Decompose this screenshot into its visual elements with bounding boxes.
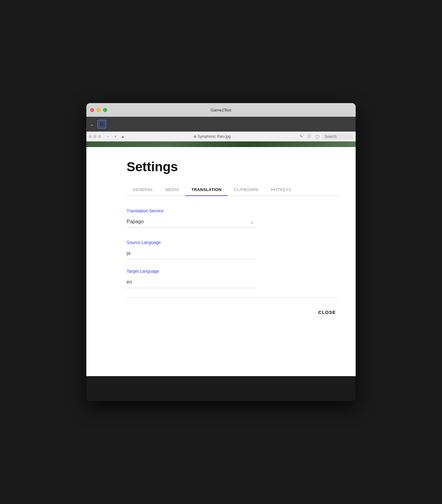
share-button[interactable]: ▲ <box>120 133 126 140</box>
title-bar: Game2Text <box>86 103 356 117</box>
source-language-wrapper <box>127 247 257 259</box>
info-button[interactable]: ⓘ <box>306 133 312 140</box>
maximize-window-button[interactable] <box>103 108 107 112</box>
capture-icon[interactable] <box>98 120 106 128</box>
tab-hotkeys[interactable]: HOTKEYS <box>265 184 298 196</box>
edit-button[interactable]: ✎ <box>298 133 304 140</box>
preview-dots <box>89 135 101 138</box>
tab-translation[interactable]: TRANSLATION <box>185 184 228 196</box>
dot-3 <box>98 135 101 138</box>
settings-title: Settings <box>127 159 340 174</box>
chevron-down-icon[interactable]: ⌄ <box>90 122 94 127</box>
target-language-section: Target Language <box>127 269 340 288</box>
translation-service-section: Translation Service Papago Google Transl… <box>127 208 340 228</box>
translation-service-wrapper: Papago Google Translate DeepL ⌄ <box>127 216 257 228</box>
preview-controls: − + ▲ <box>105 133 126 140</box>
preview-right-controls: ✎ ⓘ ◯ <box>298 133 353 140</box>
preview-search-input[interactable] <box>322 134 353 139</box>
section-divider <box>127 298 340 298</box>
close-window-button[interactable] <box>90 108 94 112</box>
preview-bar: − + ▲ ⊕ Symphonic Rain.jpg ✎ ⓘ ◯ <box>86 132 356 141</box>
target-language-input[interactable] <box>127 276 257 288</box>
dot-1 <box>89 135 92 138</box>
zoom-in-button[interactable]: + <box>112 133 119 140</box>
close-button[interactable]: CLOSE <box>317 307 337 317</box>
minimize-window-button[interactable] <box>97 108 101 112</box>
tab-general[interactable]: GENERAL <box>127 184 159 196</box>
window-title: Game2Text <box>211 108 231 112</box>
source-language-section: Source Language <box>127 240 340 259</box>
dot-2 <box>93 135 97 138</box>
close-button-row: CLOSE <box>127 307 340 317</box>
toolbar: ⌄ <box>86 117 356 132</box>
tab-clipboard[interactable]: CLIPBOARD <box>228 184 265 196</box>
image-preview <box>86 141 356 147</box>
translation-service-label: Translation Service <box>127 208 340 213</box>
source-language-label: Source Language <box>127 240 340 245</box>
zoom-out-button[interactable]: − <box>105 133 111 140</box>
settings-dialog: Settings GENERAL MEDIA TRANSLATION CLIPB… <box>86 147 356 376</box>
traffic-lights <box>90 108 107 112</box>
tab-media[interactable]: MEDIA <box>159 184 185 196</box>
app-window: Game2Text ⌄ − + ▲ ⊕ Symphonic Rain.jpg ✎… <box>86 103 356 401</box>
dark-footer <box>86 376 356 401</box>
source-language-input[interactable] <box>127 247 257 259</box>
target-language-label: Target Language <box>127 269 340 274</box>
person-button[interactable]: ◯ <box>314 133 320 140</box>
preview-filename: ⊕ Symphonic Rain.jpg <box>128 134 296 139</box>
settings-tabs: GENERAL MEDIA TRANSLATION CLIPBOARD HOTK… <box>127 184 340 196</box>
translation-service-select[interactable]: Papago Google Translate DeepL <box>127 216 257 228</box>
target-language-wrapper <box>127 276 257 288</box>
